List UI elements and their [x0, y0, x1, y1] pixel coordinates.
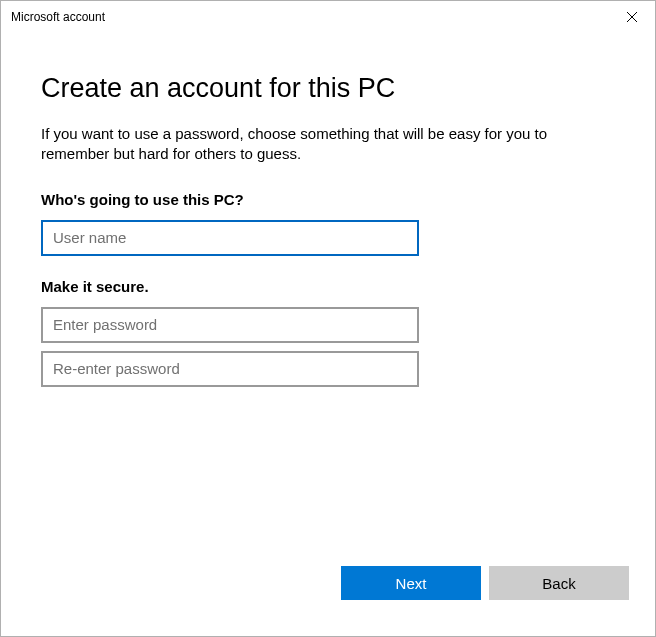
password-group: Make it secure. — [41, 278, 615, 395]
content-area: Create an account for this PC If you wan… — [1, 33, 655, 566]
back-button[interactable]: Back — [489, 566, 629, 600]
username-group: Who's going to use this PC? — [41, 191, 615, 256]
password-reenter-input[interactable] — [41, 351, 419, 387]
page-description: If you want to use a password, choose so… — [41, 124, 615, 165]
next-button[interactable]: Next — [341, 566, 481, 600]
window: Microsoft account Create an account for … — [0, 0, 656, 637]
titlebar: Microsoft account — [1, 1, 655, 33]
username-label: Who's going to use this PC? — [41, 191, 615, 208]
close-button[interactable] — [609, 1, 655, 33]
password-input[interactable] — [41, 307, 419, 343]
username-input[interactable] — [41, 220, 419, 256]
close-icon — [627, 12, 637, 22]
window-title: Microsoft account — [11, 10, 105, 24]
page-title: Create an account for this PC — [41, 73, 615, 104]
password-label: Make it secure. — [41, 278, 615, 295]
footer: Next Back — [1, 566, 655, 636]
